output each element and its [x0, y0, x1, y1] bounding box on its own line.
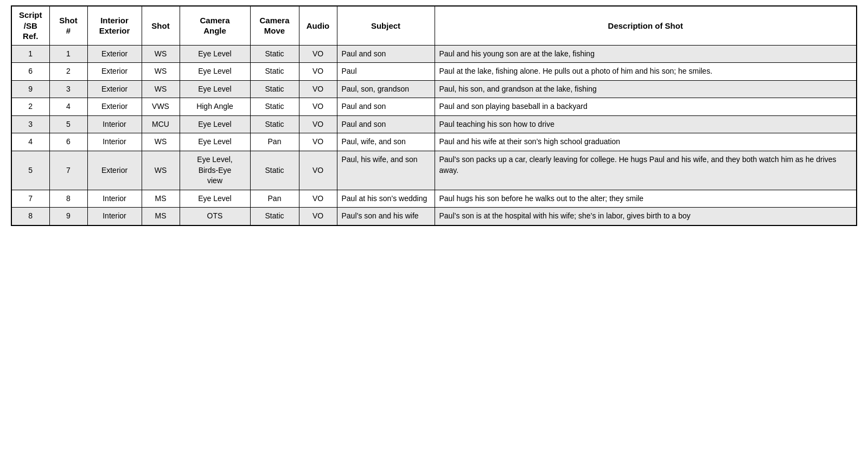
cell-script-sb-ref: 6 — [11, 63, 49, 81]
header-script-sb-ref: Script/SBRef. — [11, 6, 49, 45]
table-header-row: Script/SBRef. Shot# InteriorExterior Sho… — [11, 6, 857, 45]
cell-subject: Paul, son, grandson — [337, 80, 435, 98]
cell-description: Paul’s son is at the hospital with his w… — [435, 208, 857, 225]
header-camera-move: CameraMove — [250, 6, 299, 45]
header-shot-number: Shot# — [49, 6, 87, 45]
table-row: 24ExteriorVWSHigh AngleStaticVOPaul and … — [11, 98, 857, 116]
table-row: 35InteriorMCUEye LevelStaticVOPaul and s… — [11, 115, 857, 133]
cell-subject: Paul at his son’s wedding — [337, 190, 435, 208]
cell-camera-angle: Eye Level — [180, 80, 250, 98]
cell-description: Paul teaching his son how to drive — [435, 115, 857, 133]
cell-audio: VO — [299, 208, 337, 225]
cell-script-sb-ref: 8 — [11, 208, 49, 225]
cell-interior-exterior: Exterior — [87, 98, 142, 116]
cell-script-sb-ref: 5 — [11, 151, 49, 190]
cell-script-sb-ref: 4 — [11, 133, 49, 151]
table-row: 78InteriorMSEye LevelPanVOPaul at his so… — [11, 190, 857, 208]
cell-shot-number: 8 — [49, 190, 87, 208]
table-row: 57ExteriorWSEye Level,Birds-EyeviewStati… — [11, 151, 857, 190]
cell-audio: VO — [299, 133, 337, 151]
header-subject: Subject — [337, 6, 435, 45]
header-camera-angle: CameraAngle — [180, 6, 250, 45]
shot-list-table-container: Script/SBRef. Shot# InteriorExterior Sho… — [11, 5, 857, 226]
cell-camera-move: Static — [250, 45, 299, 63]
cell-description: Paul’s son packs up a car, clearly leavi… — [435, 151, 857, 190]
cell-camera-move: Static — [250, 63, 299, 81]
cell-subject: Paul, wife, and son — [337, 133, 435, 151]
cell-subject: Paul’s son and his wife — [337, 208, 435, 225]
cell-camera-angle: Eye Level — [180, 133, 250, 151]
cell-shot-number: 1 — [49, 45, 87, 63]
cell-script-sb-ref: 2 — [11, 98, 49, 116]
cell-shot-number: 9 — [49, 208, 87, 225]
cell-shot-type: MCU — [142, 115, 180, 133]
cell-interior-exterior: Interior — [87, 208, 142, 225]
cell-camera-angle: Eye Level — [180, 190, 250, 208]
table-row: 62ExteriorWSEye LevelStaticVOPaulPaul at… — [11, 63, 857, 81]
cell-script-sb-ref: 7 — [11, 190, 49, 208]
cell-camera-move: Static — [250, 80, 299, 98]
cell-interior-exterior: Interior — [87, 133, 142, 151]
cell-camera-move: Static — [250, 115, 299, 133]
cell-shot-type: WS — [142, 80, 180, 98]
table-row: 93ExteriorWSEye LevelStaticVOPaul, son, … — [11, 80, 857, 98]
cell-interior-exterior: Exterior — [87, 80, 142, 98]
cell-audio: VO — [299, 63, 337, 81]
table-row: 46InteriorWSEye LevelPanVOPaul, wife, an… — [11, 133, 857, 151]
cell-camera-angle: OTS — [180, 208, 250, 225]
cell-shot-type: MS — [142, 190, 180, 208]
cell-audio: VO — [299, 45, 337, 63]
cell-shot-type: VWS — [142, 98, 180, 116]
cell-subject: Paul and son — [337, 115, 435, 133]
shot-list-table: Script/SBRef. Shot# InteriorExterior Sho… — [11, 5, 857, 226]
cell-camera-move: Pan — [250, 190, 299, 208]
cell-shot-number: 4 — [49, 98, 87, 116]
cell-shot-number: 5 — [49, 115, 87, 133]
cell-script-sb-ref: 1 — [11, 45, 49, 63]
cell-description: Paul and his young son are at the lake, … — [435, 45, 857, 63]
cell-audio: VO — [299, 190, 337, 208]
cell-description: Paul and son playing baseball in a backy… — [435, 98, 857, 116]
cell-shot-number: 7 — [49, 151, 87, 190]
cell-shot-type: WS — [142, 151, 180, 190]
cell-subject: Paul and son — [337, 45, 435, 63]
cell-subject: Paul, his wife, and son — [337, 151, 435, 190]
header-description: Description of Shot — [435, 6, 857, 45]
cell-shot-type: WS — [142, 133, 180, 151]
table-row: 89InteriorMSOTSStaticVOPaul’s son and hi… — [11, 208, 857, 225]
cell-interior-exterior: Exterior — [87, 63, 142, 81]
cell-script-sb-ref: 9 — [11, 80, 49, 98]
cell-subject: Paul — [337, 63, 435, 81]
cell-interior-exterior: Exterior — [87, 45, 142, 63]
cell-camera-move: Static — [250, 151, 299, 190]
cell-description: Paul hugs his son before he walks out to… — [435, 190, 857, 208]
cell-camera-move: Static — [250, 98, 299, 116]
cell-description: Paul, his son, and grandson at the lake,… — [435, 80, 857, 98]
cell-subject: Paul and son — [337, 98, 435, 116]
cell-interior-exterior: Interior — [87, 115, 142, 133]
cell-camera-move: Pan — [250, 133, 299, 151]
cell-audio: VO — [299, 80, 337, 98]
cell-audio: VO — [299, 98, 337, 116]
cell-interior-exterior: Exterior — [87, 151, 142, 190]
cell-description: Paul at the lake, fishing alone. He pull… — [435, 63, 857, 81]
header-audio: Audio — [299, 6, 337, 45]
cell-shot-number: 3 — [49, 80, 87, 98]
header-shot: Shot — [142, 6, 180, 45]
table-row: 11ExteriorWSEye LevelStaticVOPaul and so… — [11, 45, 857, 63]
cell-camera-angle: Eye Level — [180, 115, 250, 133]
cell-description: Paul and his wife at their son’s high sc… — [435, 133, 857, 151]
cell-shot-type: MS — [142, 208, 180, 225]
cell-shot-type: WS — [142, 45, 180, 63]
cell-shot-number: 6 — [49, 133, 87, 151]
cell-interior-exterior: Interior — [87, 190, 142, 208]
cell-camera-angle: High Angle — [180, 98, 250, 116]
cell-audio: VO — [299, 151, 337, 190]
cell-shot-type: WS — [142, 63, 180, 81]
cell-camera-angle: Eye Level,Birds-Eyeview — [180, 151, 250, 190]
header-interior-exterior: InteriorExterior — [87, 6, 142, 45]
cell-camera-move: Static — [250, 208, 299, 225]
cell-camera-angle: Eye Level — [180, 45, 250, 63]
cell-audio: VO — [299, 115, 337, 133]
cell-script-sb-ref: 3 — [11, 115, 49, 133]
